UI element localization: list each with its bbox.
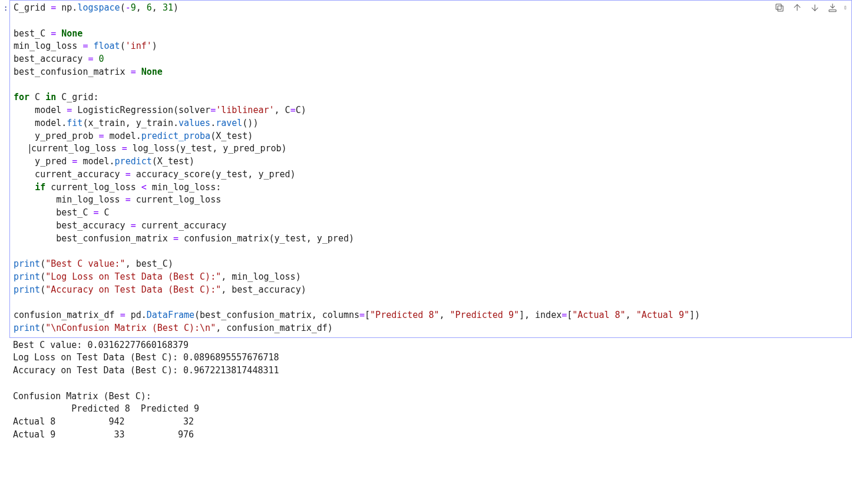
move-down-icon[interactable]: [809, 2, 821, 14]
code-line[interactable]: model = LogisticRegression(solver='libli…: [14, 104, 848, 117]
code-line[interactable]: y_pred_prob = model.predict_proba(X_test…: [14, 130, 848, 143]
copy-icon[interactable]: [774, 2, 785, 14]
svg-rect-1: [776, 4, 781, 9]
code-line[interactable]: best_accuracy = current_accuracy: [14, 220, 848, 233]
code-line[interactable]: C_grid = np.logspace(-9, 6, 31): [14, 2, 848, 15]
svg-rect-2: [829, 10, 836, 12]
code-line[interactable]: print("Log Loss on Test Data (Best C):",…: [14, 271, 848, 284]
output-area: Best C value: 0.03162277660168379 Log Lo…: [9, 338, 852, 444]
code-line[interactable]: best_C = None: [14, 28, 848, 41]
insert-below-icon[interactable]: [827, 2, 838, 14]
code-line[interactable]: print("Accuracy on Test Data (Best C):",…: [14, 284, 848, 297]
code-line[interactable]: [14, 79, 848, 92]
code-line[interactable]: min_log_loss = current_log_loss: [14, 194, 848, 207]
svg-rect-3: [845, 6, 846, 9]
code-line[interactable]: best_confusion_matrix = confusion_matrix…: [14, 233, 848, 246]
code-line[interactable]: best_accuracy = 0: [14, 53, 848, 66]
code-line[interactable]: [14, 15, 848, 28]
code-line[interactable]: print("Best C value:", best_C): [14, 258, 848, 271]
cell-prompt: :: [0, 0, 8, 14]
cell-toolbar: [774, 2, 849, 14]
move-up-icon[interactable]: [791, 2, 803, 14]
cell-main: C_grid = np.logspace(-9, 6, 31) best_C =…: [9, 0, 852, 444]
code-line[interactable]: confusion_matrix_df = pd.DataFrame(best_…: [14, 309, 848, 322]
code-line[interactable]: [14, 245, 848, 258]
code-line[interactable]: best_confusion_matrix = None: [14, 66, 848, 79]
code-input-area[interactable]: C_grid = np.logspace(-9, 6, 31) best_C =…: [9, 0, 852, 338]
code-line[interactable]: model.fit(x_train, y_train.values.ravel(…: [14, 117, 848, 130]
code-line[interactable]: current_accuracy = accuracy_score(y_test…: [14, 168, 848, 181]
code-line[interactable]: y_pred = model.predict(X_test): [14, 155, 848, 168]
more-icon[interactable]: [844, 2, 849, 14]
code-body[interactable]: C_grid = np.logspace(-9, 6, 31) best_C =…: [14, 2, 848, 335]
notebook-cell: : C_grid = np.logspace(: [0, 0, 852, 444]
text-cursor: [29, 144, 30, 154]
code-line[interactable]: if current_log_loss < min_log_loss:: [14, 181, 848, 194]
code-line[interactable]: min_log_loss = float('inf'): [14, 40, 848, 53]
code-line[interactable]: current_log_loss = log_loss(y_test, y_pr…: [14, 142, 848, 155]
code-line[interactable]: for C in C_grid:: [14, 91, 848, 104]
code-line[interactable]: best_C = C: [14, 207, 848, 220]
svg-rect-0: [778, 6, 783, 11]
code-line[interactable]: print("\nConfusion Matrix (Best C):\n", …: [14, 322, 848, 335]
code-line[interactable]: [14, 296, 848, 309]
